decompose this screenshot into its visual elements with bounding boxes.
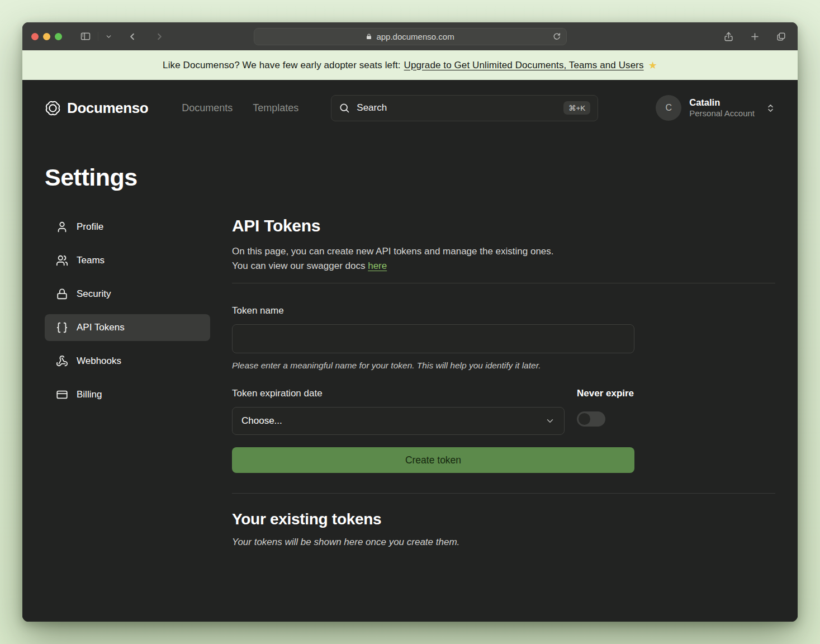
token-name-input[interactable] (232, 324, 634, 353)
never-expire-toggle[interactable] (577, 411, 605, 427)
sidebar-item-webhooks[interactable]: Webhooks (45, 348, 210, 375)
swagger-docs-link[interactable]: here (368, 261, 387, 271)
braces-icon (56, 321, 68, 334)
user-name: Catalin (689, 97, 755, 108)
promo-banner: Like Documenso? We have few early adopte… (22, 50, 798, 80)
toggle-knob (579, 413, 590, 425)
never-expire-label: Never expire (577, 388, 634, 399)
api-tokens-panel: API Tokens On this page, you can create … (232, 214, 775, 548)
documenso-logo[interactable]: Documenso (45, 100, 148, 117)
brand-name: Documenso (67, 100, 148, 117)
settings-page: Settings Profile Teams (22, 136, 798, 622)
expiration-select[interactable]: Choose... (232, 407, 565, 435)
close-window-button[interactable] (31, 33, 39, 40)
section-description: On this page, you can create new API tok… (232, 244, 775, 273)
banner-upgrade-link[interactable]: Upgrade to Get Unlimited Documents, Team… (404, 60, 644, 71)
app-content: Documenso Documents Templates Search ⌘+K… (22, 80, 798, 622)
users-icon (56, 254, 68, 267)
tab-overview-icon[interactable] (774, 29, 789, 44)
sidebar-item-api-tokens[interactable]: API Tokens (45, 314, 210, 341)
search-icon (339, 102, 350, 113)
search-button[interactable]: Search ⌘+K (331, 95, 598, 121)
sidebar-item-billing[interactable]: Billing (45, 381, 210, 408)
forward-button-icon[interactable] (152, 29, 167, 44)
webhook-icon (56, 355, 68, 367)
reload-icon[interactable] (553, 32, 561, 41)
sidebar-item-profile[interactable]: Profile (45, 214, 210, 240)
chevrons-up-down-icon (766, 103, 775, 113)
sidebar-item-teams[interactable]: Teams (45, 247, 210, 274)
search-label: Search (357, 102, 387, 113)
expiration-selected-value: Choose... (241, 415, 282, 427)
lock-icon (56, 288, 68, 300)
token-name-label: Token name (232, 305, 284, 316)
sidebar-item-label: Webhooks (77, 356, 121, 367)
sidebar-item-security[interactable]: Security (45, 281, 210, 307)
share-icon[interactable] (721, 29, 736, 44)
divider (232, 283, 775, 283)
minimize-window-button[interactable] (43, 33, 50, 40)
settings-sidebar: Profile Teams Security (45, 214, 210, 548)
address-bar[interactable]: app.documenso.com (254, 28, 567, 45)
app-header: Documenso Documents Templates Search ⌘+K… (22, 80, 798, 136)
sidebar-toggle-icon[interactable] (78, 29, 93, 44)
account-info: Catalin Personal Account (689, 97, 755, 119)
account-type: Personal Account (689, 108, 755, 119)
window-controls (31, 33, 62, 40)
create-token-button[interactable]: Create token (232, 447, 634, 473)
expiration-row: Token expiration date Choose... Never ex… (232, 388, 775, 435)
new-tab-icon[interactable] (747, 29, 762, 44)
nav-documents[interactable]: Documents (182, 102, 233, 114)
browser-titlebar: app.documenso.com (22, 22, 798, 50)
account-menu[interactable]: C Catalin Personal Account (656, 95, 775, 121)
credit-card-icon (56, 389, 68, 401)
sidebar-item-label: Billing (77, 389, 102, 400)
main-nav: Documents Templates (182, 102, 298, 114)
existing-tokens-hint: Your tokens will be shown here once you … (232, 537, 775, 548)
documenso-seal-icon (45, 100, 61, 116)
page-title: Settings (45, 164, 775, 191)
description-line2: You can view our swagger docs (232, 261, 368, 271)
chevron-down-icon (545, 416, 555, 426)
url-text: app.documenso.com (376, 32, 454, 41)
sidebar-item-label: API Tokens (77, 322, 125, 333)
existing-tokens-title: Your existing tokens (232, 510, 775, 528)
avatar: C (656, 95, 681, 121)
search-shortcut-badge: ⌘+K (563, 101, 590, 115)
sidebar-item-label: Profile (77, 221, 103, 233)
banner-text: Like Documenso? We have few early adopte… (163, 60, 401, 71)
back-button-icon[interactable] (125, 29, 140, 44)
nav-templates[interactable]: Templates (253, 102, 298, 114)
star-icon: ★ (648, 59, 657, 72)
browser-window: app.documenso.com Like Documenso? We hav… (22, 22, 798, 622)
create-token-form: Token name Please enter a meaningful nam… (232, 305, 775, 473)
divider (232, 493, 775, 494)
sidebar-item-label: Teams (77, 255, 105, 266)
zoom-window-button[interactable] (55, 33, 62, 40)
divider (98, 32, 98, 41)
expiration-label: Token expiration date (232, 388, 323, 399)
lock-icon (366, 33, 372, 40)
sidebar-item-label: Security (77, 288, 111, 300)
tab-group-chevron-icon[interactable] (103, 31, 115, 42)
description-line1: On this page, you can create new API tok… (232, 246, 554, 257)
section-title: API Tokens (232, 216, 775, 235)
token-name-hint: Please enter a meaningful name for your … (232, 361, 775, 371)
user-icon (56, 221, 68, 233)
